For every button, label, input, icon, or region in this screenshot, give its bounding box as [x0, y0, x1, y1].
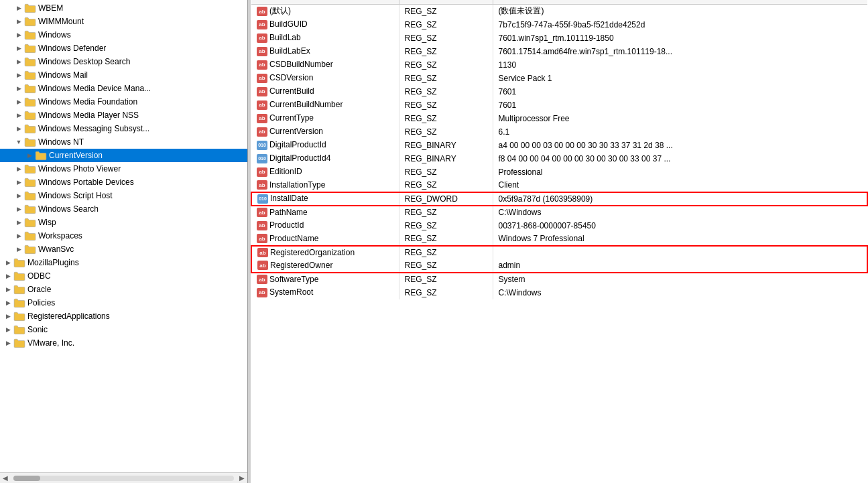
tree-item-odbc[interactable]: ▶ ODBC: [0, 269, 247, 283]
cell-data: 7601.win7sp1_rtm.101119-1850: [493, 31, 867, 45]
tree-item-oracle[interactable]: ▶ Oracle: [0, 283, 247, 296]
expand-btn-policies[interactable]: ▶: [3, 297, 13, 308]
main-container: ▶ WBEM▶ WIMMMount▶ Windows▶ Windows Defe…: [0, 0, 868, 483]
expand-btn-windows-mail[interactable]: ▶: [13, 70, 24, 80]
tree-item-workspaces[interactable]: ▶ Workspaces: [0, 229, 247, 243]
tree-item-windows-portable-devices[interactable]: ▶ Windows Portable Devices: [0, 176, 247, 189]
expand-btn-sonic[interactable]: ▶: [3, 324, 13, 335]
folder-icon-wimmount: [24, 17, 36, 26]
expand-btn-windows-media-foundation[interactable]: ▶: [13, 96, 24, 107]
tree-item-windows-media-foundation[interactable]: ▶ Windows Media Foundation: [0, 95, 247, 109]
tree-item-wwansvc[interactable]: ▶ WwanSvc: [0, 243, 247, 256]
expand-btn-wbem[interactable]: ▶: [13, 3, 24, 13]
cell-name: ab(默认): [251, 5, 399, 18]
cell-type: REG_SZ: [399, 45, 493, 58]
folder-icon-registered-applications: [13, 312, 25, 321]
table-row[interactable]: abEditionIDREG_SZProfessional: [251, 165, 867, 179]
expand-btn-currentversion[interactable]: ▶: [24, 150, 35, 161]
tree-item-windows-messaging[interactable]: ▶ Windows Messaging Subsyst...: [0, 122, 247, 135]
cell-type: REG_SZ: [399, 232, 493, 246]
tree-item-windows-media-player[interactable]: ▶ Windows Media Player NSS: [0, 109, 247, 122]
folder-icon-workspaces: [24, 231, 36, 240]
table-row[interactable]: ab(默认)REG_SZ(数值未设置): [251, 5, 867, 18]
tree-item-registered-applications[interactable]: ▶ RegisteredApplications: [0, 309, 247, 323]
expand-btn-mozilla-plugins[interactable]: ▶: [3, 257, 13, 268]
expand-btn-oracle[interactable]: ▶: [3, 284, 13, 295]
cell-data: f8 04 00 00 04 00 00 00 30 00 30 00 33 0…: [493, 152, 867, 165]
cell-type: REG_SZ: [399, 165, 493, 179]
reg-icon: ab: [257, 33, 267, 43]
expand-btn-registered-applications[interactable]: ▶: [3, 311, 13, 322]
tree-label-wisp: Wisp: [38, 218, 56, 227]
table-row[interactable]: abCSDBuildNumberREG_SZ1130: [251, 58, 867, 72]
folder-icon-windows-media-device: [24, 84, 36, 93]
table-row[interactable]: abProductNameREG_SZWindows 7 Professiona…: [251, 232, 867, 246]
expand-btn-windows-nt[interactable]: ▼: [13, 137, 24, 147]
tree-item-policies[interactable]: ▶ Policies: [0, 296, 247, 309]
tree-content[interactable]: ▶ WBEM▶ WIMMMount▶ Windows▶ Windows Defe…: [0, 0, 247, 472]
expand-btn-windows[interactable]: ▶: [13, 29, 24, 40]
table-row[interactable]: abRegisteredOwnerREG_SZadmin: [251, 259, 867, 273]
expand-btn-windows-desktop-search[interactable]: ▶: [13, 56, 24, 67]
table-row[interactable]: abCurrentTypeREG_SZMultiprocessor Free: [251, 112, 867, 125]
cell-type: REG_SZ: [399, 246, 493, 259]
expand-btn-windows-portable-devices[interactable]: ▶: [13, 177, 24, 188]
tree-item-windows[interactable]: ▶ Windows: [0, 28, 247, 42]
expand-btn-workspaces[interactable]: ▶: [13, 230, 24, 241]
tree-item-wimmount[interactable]: ▶ WIMMMount: [0, 15, 247, 28]
tree-item-mozilla-plugins[interactable]: ▶ MozillaPlugins: [0, 256, 247, 269]
cell-name: abRegisteredOrganization: [251, 246, 399, 259]
tree-item-windows-mail[interactable]: ▶ Windows Mail: [0, 68, 247, 82]
expand-btn-windows-photo-viewer[interactable]: ▶: [13, 163, 24, 174]
expand-btn-wimmount[interactable]: ▶: [13, 16, 24, 27]
table-row[interactable]: abCurrentBuildREG_SZ7601: [251, 85, 867, 98]
expand-btn-windows-search[interactable]: ▶: [13, 204, 24, 214]
table-row[interactable]: abProductIdREG_SZ00371-868-0000007-85450: [251, 219, 867, 232]
table-row[interactable]: abBuildLabExREG_SZ7601.17514.amd64fre.wi…: [251, 45, 867, 58]
table-row[interactable]: abPathNameREG_SZC:\Windows: [251, 206, 867, 219]
table-row[interactable]: 010InstallDateREG_DWORD0x5f9a787d (16039…: [251, 192, 867, 206]
tree-item-windows-desktop-search[interactable]: ▶ Windows Desktop Search: [0, 55, 247, 68]
tree-item-windows-nt[interactable]: ▼ Windows NT: [0, 135, 247, 149]
cell-name: abCurrentBuildNumber: [251, 98, 399, 112]
cell-data: Client: [493, 179, 867, 192]
tree-item-windows-defender[interactable]: ▶ Windows Defender: [0, 42, 247, 55]
table-row[interactable]: abSoftwareTypeREG_SZSystem: [251, 273, 867, 286]
table-row[interactable]: abBuildGUIDREG_SZ7b7c15f9-747a-455f-9ba5…: [251, 18, 867, 31]
tree-item-windows-search[interactable]: ▶ Windows Search: [0, 202, 247, 216]
table-row[interactable]: abInstallationTypeREG_SZClient: [251, 179, 867, 192]
folder-icon-vmware: [13, 338, 25, 348]
tree-label-registered-applications: RegisteredApplications: [27, 312, 110, 321]
tree-item-sonic[interactable]: ▶ Sonic: [0, 323, 247, 336]
expand-btn-wwansvc[interactable]: ▶: [13, 244, 24, 255]
tree-item-windows-script-host[interactable]: ▶ Windows Script Host: [0, 189, 247, 202]
scrollbar-track: [13, 476, 234, 481]
folder-icon-windows-desktop-search: [24, 57, 36, 66]
cell-data: Windows 7 Professional: [493, 232, 867, 246]
expand-btn-windows-script-host[interactable]: ▶: [13, 190, 24, 201]
expand-btn-wisp[interactable]: ▶: [13, 217, 24, 228]
expand-btn-windows-messaging[interactable]: ▶: [13, 123, 24, 134]
tree-item-wisp[interactable]: ▶ Wisp: [0, 216, 247, 229]
expand-btn-windows-media-device[interactable]: ▶: [13, 83, 24, 94]
table-row[interactable]: abBuildLabREG_SZ7601.win7sp1_rtm.101119-…: [251, 31, 867, 45]
table-row[interactable]: 010DigitalProductIdREG_BINARYa4 00 00 00…: [251, 139, 867, 152]
table-row[interactable]: abRegisteredOrganizationREG_SZ: [251, 246, 867, 259]
tree-label-mozilla-plugins: MozillaPlugins: [27, 258, 79, 267]
cell-name: 010DigitalProductId: [251, 139, 399, 152]
table-row[interactable]: abSystemRootREG_SZC:\Windows: [251, 286, 867, 299]
tree-item-currentversion[interactable]: ▶ CurrentVersion: [0, 149, 247, 162]
tree-item-vmware[interactable]: ▶ VMware, Inc.: [0, 336, 247, 350]
tree-item-wbem[interactable]: ▶ WBEM: [0, 1, 247, 15]
reg-icon: ab: [257, 60, 267, 70]
expand-btn-windows-media-player[interactable]: ▶: [13, 110, 24, 121]
table-row[interactable]: abCurrentVersionREG_SZ6.1: [251, 125, 867, 139]
table-row[interactable]: abCurrentBuildNumberREG_SZ7601: [251, 98, 867, 112]
expand-btn-vmware[interactable]: ▶: [3, 338, 13, 348]
expand-btn-windows-defender[interactable]: ▶: [13, 43, 24, 54]
tree-item-windows-media-device[interactable]: ▶ Windows Media Device Mana...: [0, 82, 247, 95]
expand-btn-odbc[interactable]: ▶: [3, 271, 13, 281]
table-row[interactable]: abCSDVersionREG_SZService Pack 1: [251, 72, 867, 85]
tree-item-windows-photo-viewer[interactable]: ▶ Windows Photo Viewer: [0, 162, 247, 176]
table-row[interactable]: 010DigitalProductId4REG_BINARYf8 04 00 0…: [251, 152, 867, 165]
